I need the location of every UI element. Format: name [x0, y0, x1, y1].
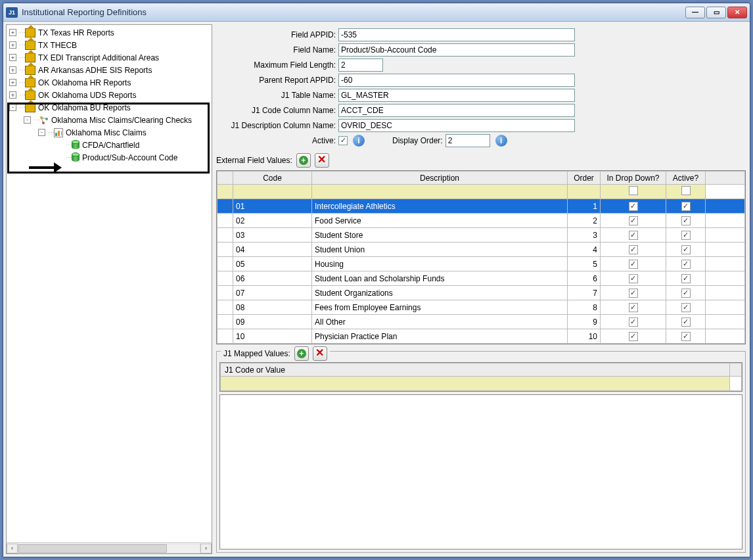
dropdown-checkbox[interactable]: ✓ [629, 317, 638, 327]
field-name-input[interactable] [338, 43, 575, 57]
expander-icon[interactable]: + [9, 66, 16, 74]
tree-item[interactable]: +⋯TX Texas HR Reports [7, 26, 212, 39]
active-checkbox[interactable]: ✓ [681, 274, 691, 283]
dropdown-checkbox[interactable]: ✓ [629, 216, 638, 225]
cell-order[interactable]: 3 [568, 228, 601, 243]
tree-item[interactable]: +⋯OK Oklahoma UDS Reports [7, 89, 212, 101]
add-mapped-value-button[interactable]: + [294, 346, 309, 361]
tree-item[interactable]: +⋯AR Arkansas ADHE SIS Reports [7, 64, 212, 76]
cell-code[interactable]: 02 [233, 214, 312, 228]
tree-item[interactable]: -⋯Oklahoma Misc Claims [7, 126, 212, 139]
cell-description[interactable]: Student Loan and Scholarship Funds [312, 271, 568, 286]
cell-description[interactable]: Fees from Employee Earnings [312, 300, 568, 315]
cell-order[interactable]: 2 [568, 214, 601, 228]
filter-active-checkbox[interactable] [681, 186, 691, 195]
cell-code[interactable]: 06 [233, 271, 312, 286]
tree-body[interactable]: +⋯TX Texas HR Reports+⋯TX THECB+⋯TX EDI … [7, 25, 212, 542]
active-checkbox[interactable]: ✓ [681, 260, 691, 269]
display-order-input[interactable] [445, 134, 490, 147]
scroll-right-button[interactable]: › [200, 544, 212, 553]
delete-mapped-value-button[interactable]: ✕ [313, 346, 327, 361]
dropdown-checkbox[interactable]: ✓ [629, 245, 638, 254]
dropdown-checkbox[interactable]: ✓ [629, 274, 638, 283]
table-row[interactable]: 02Food Service2✓✓ [217, 214, 745, 228]
col-active[interactable]: Active? [666, 172, 706, 185]
dropdown-checkbox[interactable]: ✓ [629, 332, 638, 341]
expander-icon[interactable]: + [9, 91, 16, 99]
max-length-input[interactable] [338, 58, 383, 72]
col-in-dropdown[interactable]: In Drop Down? [601, 172, 666, 185]
expander-icon[interactable]: + [9, 54, 16, 61]
active-checkbox[interactable]: ✓ [681, 332, 691, 341]
table-row[interactable]: 07Student Organizations7✓✓ [217, 286, 745, 300]
col-j1-code[interactable]: J1 Code or Value [221, 363, 730, 377]
cell-description[interactable]: Housing [312, 257, 568, 271]
cell-code[interactable]: 10 [233, 329, 312, 344]
cell-description[interactable]: Student Organizations [312, 286, 568, 300]
col-order[interactable]: Order [568, 172, 601, 185]
active-checkbox[interactable]: ✓ [681, 303, 691, 312]
expander-icon[interactable]: - [38, 129, 45, 136]
cell-order[interactable]: 1 [568, 199, 601, 214]
field-appid-input[interactable] [338, 28, 575, 41]
cell-order[interactable]: 4 [568, 243, 601, 257]
expander-icon[interactable]: + [9, 79, 16, 86]
cell-description[interactable]: Intercollegiate Athletics [312, 199, 568, 214]
tree-item[interactable]: -⋯OK Oklahoma BU Reports [7, 101, 212, 114]
scroll-thumb[interactable] [18, 544, 167, 553]
cell-description[interactable]: Physician Practice Plan [312, 329, 568, 344]
active-checkbox[interactable]: ✓ [681, 289, 691, 298]
scroll-track[interactable] [18, 544, 200, 553]
maximize-button[interactable]: ▭ [706, 7, 726, 18]
close-button[interactable]: ✕ [727, 7, 747, 18]
dropdown-checkbox[interactable]: ✓ [629, 202, 638, 211]
expander-icon[interactable]: - [9, 104, 16, 111]
expander-icon[interactable]: + [9, 41, 16, 49]
col-description[interactable]: Description [312, 172, 568, 185]
table-row[interactable]: 09All Other9✓✓ [217, 315, 745, 329]
cell-code[interactable]: 05 [233, 257, 312, 271]
dropdown-checkbox[interactable]: ✓ [629, 260, 638, 269]
titlebar[interactable]: J1 Institutional Reporting Definitions —… [3, 3, 750, 22]
table-row[interactable]: 08Fees from Employee Earnings8✓✓ [217, 300, 745, 315]
parent-appid-input[interactable] [338, 74, 575, 87]
cell-order[interactable]: 5 [568, 257, 601, 271]
active-checkbox[interactable]: ✓ [681, 216, 691, 225]
tree-item[interactable]: -⋯Oklahoma Misc Claims/Clearing Checks [7, 114, 212, 126]
filter-row[interactable] [221, 377, 742, 391]
table-row[interactable]: 06Student Loan and Scholarship Funds6✓✓ [217, 271, 745, 286]
info-icon[interactable]: i [353, 135, 365, 147]
info-icon[interactable]: i [495, 135, 507, 147]
cell-code[interactable]: 03 [233, 228, 312, 243]
cell-order[interactable]: 6 [568, 271, 601, 286]
delete-external-value-button[interactable]: ✕ [315, 153, 329, 168]
table-row[interactable]: 10Physician Practice Plan10✓✓ [217, 329, 745, 344]
active-checkbox[interactable]: ✓ [681, 245, 691, 254]
cell-code[interactable]: 09 [233, 315, 312, 329]
cell-description[interactable]: Student Store [312, 228, 568, 243]
filter-row[interactable] [217, 185, 745, 199]
tree-item[interactable]: ⋯CFDA/Chartfield [7, 139, 212, 151]
code-column-input[interactable] [338, 104, 575, 117]
cell-description[interactable]: Student Union [312, 243, 568, 257]
mapped-values-grid[interactable]: J1 Code or Value [219, 362, 742, 392]
dropdown-checkbox[interactable]: ✓ [629, 231, 638, 240]
active-checkbox[interactable]: ✓ [681, 202, 691, 211]
dropdown-checkbox[interactable]: ✓ [629, 289, 638, 298]
cell-order[interactable]: 7 [568, 286, 601, 300]
add-external-value-button[interactable]: + [296, 153, 311, 168]
expander-icon[interactable]: + [9, 29, 16, 36]
active-checkbox[interactable]: ✓ [338, 136, 348, 145]
expander-icon[interactable]: - [24, 116, 31, 124]
tree-item[interactable]: +⋯TX THECB [7, 39, 212, 51]
cell-code[interactable]: 08 [233, 300, 312, 315]
table-row[interactable]: 01Intercollegiate Athletics1✓✓ [217, 199, 745, 214]
cell-description[interactable]: Food Service [312, 214, 568, 228]
table-row[interactable]: 05Housing5✓✓ [217, 257, 745, 271]
cell-order[interactable]: 9 [568, 315, 601, 329]
scroll-left-button[interactable]: ‹ [7, 544, 18, 553]
cell-description[interactable]: All Other [312, 315, 568, 329]
dropdown-checkbox[interactable]: ✓ [629, 303, 638, 312]
active-checkbox[interactable]: ✓ [681, 231, 691, 240]
tree-item[interactable]: +⋯TX EDI Transcript Additional Areas [7, 51, 212, 64]
